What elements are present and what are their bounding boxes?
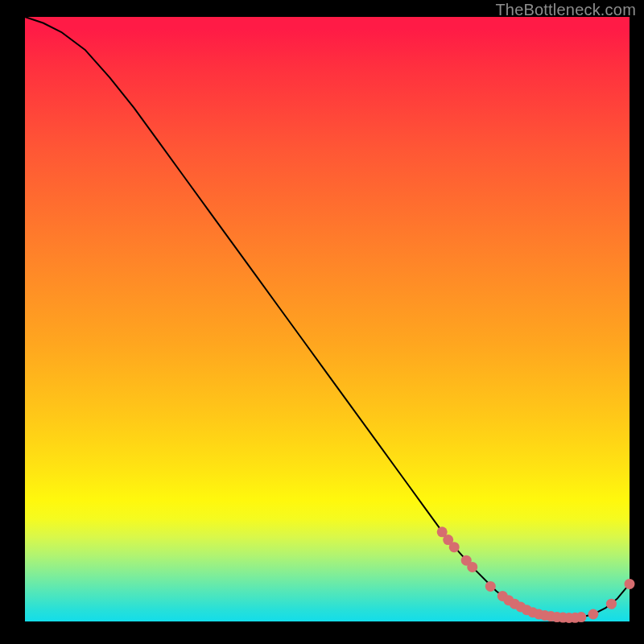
highlight-dot bbox=[449, 542, 460, 552]
highlight-dot bbox=[485, 581, 496, 592]
highlight-dot bbox=[576, 612, 586, 622]
highlight-dot bbox=[467, 562, 477, 572]
watermark-text: TheBottleneck.com bbox=[495, 1, 636, 19]
highlight-dot bbox=[606, 599, 617, 609]
chart-frame: TheBottleneck.com bbox=[0, 0, 644, 644]
bottleneck-curve bbox=[25, 17, 630, 617]
chart-svg bbox=[25, 17, 630, 621]
highlight-dot bbox=[625, 579, 635, 589]
chart-plot-area bbox=[25, 17, 630, 621]
highlight-dot bbox=[588, 609, 598, 619]
